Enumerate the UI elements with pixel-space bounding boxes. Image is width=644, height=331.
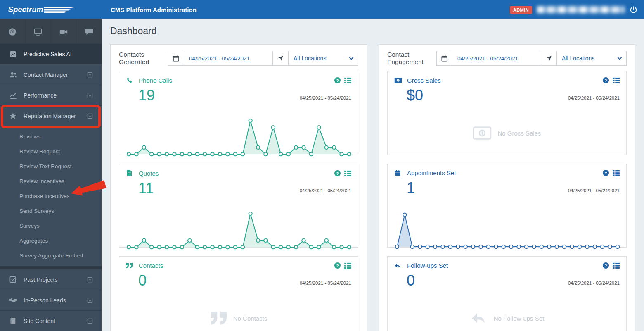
plus-square-icon[interactable] xyxy=(87,113,93,119)
appointments-set-chart xyxy=(394,207,620,252)
tab-monitor-icon[interactable] xyxy=(26,19,51,44)
empty-state-text: No Follow-ups Set xyxy=(494,315,545,322)
location-arrow-button[interactable] xyxy=(541,51,557,65)
card-title: Gross Sales xyxy=(407,77,441,84)
sidebar-item-label: Contact Manager xyxy=(24,71,68,78)
reply-arrow-icon xyxy=(394,262,402,269)
sidebar-item-label: Past Projects xyxy=(24,276,57,283)
card-date-range: 04/25/2021 - 05/24/2021 xyxy=(300,188,351,193)
help-icon[interactable]: ? xyxy=(334,77,341,83)
star-icon xyxy=(9,112,17,120)
location-select[interactable]: All Locations xyxy=(289,51,358,65)
sidebar-item-predictive-sales-ai[interactable]: Predictive Sales AI xyxy=(0,44,102,64)
svg-text:?: ? xyxy=(604,78,607,83)
calendar-button[interactable] xyxy=(437,51,452,65)
card-date-range: 04/25/2021 - 05/24/2021 xyxy=(568,95,620,100)
tab-dashboard-gauge-icon[interactable] xyxy=(0,19,26,44)
sidebar-item-in-person-leads[interactable]: In-Person Leads xyxy=(0,290,102,311)
subitem-label: Purchase Incentives xyxy=(19,193,70,199)
card-date-range: 04/25/2021 - 05/24/2021 xyxy=(568,188,620,193)
card-title: Quotes xyxy=(139,170,159,177)
plus-square-icon[interactable] xyxy=(87,318,93,324)
subitem-label: Reviews xyxy=(19,133,40,140)
money-bill-icon xyxy=(394,77,402,83)
calendar-button[interactable] xyxy=(168,51,184,65)
sidebar-subitem-survey-aggregate-embed[interactable]: Survey Aggregate Embed xyxy=(0,248,102,263)
panel-contacts-generated: Contacts Generated All Locations xyxy=(110,44,367,331)
sidebar-subitem-surveys[interactable]: Surveys xyxy=(0,218,102,233)
power-icon[interactable] xyxy=(630,6,637,14)
svg-text:?: ? xyxy=(336,263,339,268)
help-icon[interactable]: ? xyxy=(603,170,609,176)
tab-chat-bubble-icon[interactable] xyxy=(76,19,102,44)
card-date-range: 04/25/2021 - 05/24/2021 xyxy=(568,281,620,286)
brand-swoosh-icon xyxy=(44,7,76,14)
money-bill-icon-large xyxy=(473,126,492,140)
help-icon[interactable]: ? xyxy=(603,77,609,83)
sidebar-item-label: Performance xyxy=(24,92,57,99)
topbar: Spectrum CMS Platform Administration ADM… xyxy=(0,0,644,19)
date-range-input[interactable] xyxy=(452,51,541,65)
subitem-label: Surveys xyxy=(19,223,40,229)
plus-square-icon[interactable] xyxy=(87,297,93,304)
chevron-down-icon xyxy=(349,57,354,60)
plus-square-icon[interactable] xyxy=(87,71,93,78)
plus-square-icon[interactable] xyxy=(87,276,93,283)
book-icon xyxy=(9,317,17,325)
page-title: Dashboard xyxy=(110,26,637,37)
phone-icon xyxy=(126,77,134,84)
panel-title: Contact Engagement xyxy=(387,51,436,66)
sidebar-item-past-projects[interactable]: Past Projects xyxy=(0,269,102,290)
sidebar-item-label: Predictive Sales AI xyxy=(24,51,72,57)
location-arrow-button[interactable] xyxy=(273,51,289,65)
quotes-chart xyxy=(126,207,351,252)
sidebar-item-label: Site Content xyxy=(24,318,55,324)
spectrum-logo[interactable]: Spectrum xyxy=(0,0,102,19)
check-square-icon xyxy=(9,276,17,283)
tab-video-camera-icon[interactable] xyxy=(51,19,77,44)
sidebar-subitem-aggregates[interactable]: Aggregates xyxy=(0,233,102,248)
list-icon[interactable] xyxy=(613,170,620,176)
help-icon[interactable]: ? xyxy=(603,262,609,269)
phone-calls-chart xyxy=(126,114,351,159)
list-icon[interactable] xyxy=(344,170,351,176)
sidebar-subitem-reviews[interactable]: Reviews xyxy=(0,129,102,144)
sidebar-item-performance[interactable]: Performance xyxy=(0,85,102,106)
users-icon xyxy=(9,71,17,79)
svg-text:?: ? xyxy=(336,171,339,175)
help-icon[interactable]: ? xyxy=(334,170,341,176)
sidebar-subitem-review-text-request[interactable]: Review Text Request xyxy=(0,159,102,174)
sidebar-subitem-review-incentives[interactable]: Review Incentives xyxy=(0,174,102,188)
empty-state-text: No Gross Sales xyxy=(497,130,541,137)
filter-group: All Locations xyxy=(168,51,358,66)
svg-text:?: ? xyxy=(604,263,607,268)
panel-contact-engagement: Contact Engagement All Locations xyxy=(379,44,635,331)
list-icon[interactable] xyxy=(344,77,351,83)
panel-title: Contacts Generated xyxy=(119,51,168,66)
sidebar-subitem-review-request[interactable]: Review Request xyxy=(0,144,102,159)
sidebar-item-site-content[interactable]: Site Content xyxy=(0,311,102,331)
date-range-input[interactable] xyxy=(184,51,273,65)
location-select[interactable]: All Locations xyxy=(557,51,626,65)
brand-name: Spectrum xyxy=(8,5,43,14)
admin-badge: ADMIN xyxy=(510,6,532,14)
user-email-redacted xyxy=(537,6,625,13)
list-icon[interactable] xyxy=(613,77,620,83)
calendar-icon xyxy=(394,169,402,176)
plus-square-icon[interactable] xyxy=(87,92,93,99)
handshake-icon xyxy=(9,296,17,305)
sidebar-subitem-purchase-incentives[interactable]: Purchase Incentives xyxy=(0,188,102,203)
help-icon[interactable]: ? xyxy=(334,262,341,269)
reputation-manager-submenu: Reviews Review Request Review Text Reque… xyxy=(0,126,102,266)
sidebar-icon-tabs xyxy=(0,19,102,44)
subitem-label: Send Surveys xyxy=(19,208,54,214)
card-title: Follow-ups Set xyxy=(407,262,448,269)
card-date-range: 04/25/2021 - 05/24/2021 xyxy=(300,95,351,100)
card-phone-calls: Phone Calls ? 19 04/25/2021 - 05/24/2021 xyxy=(119,71,358,155)
sidebar-item-reputation-manager[interactable]: Reputation Manager xyxy=(0,106,102,126)
subitem-label: Review Text Request xyxy=(19,163,72,169)
list-icon[interactable] xyxy=(344,262,351,269)
list-icon[interactable] xyxy=(613,262,620,269)
sidebar-item-contact-manager[interactable]: Contact Manager xyxy=(0,64,102,85)
sidebar-subitem-send-surveys[interactable]: Send Surveys xyxy=(0,203,102,218)
